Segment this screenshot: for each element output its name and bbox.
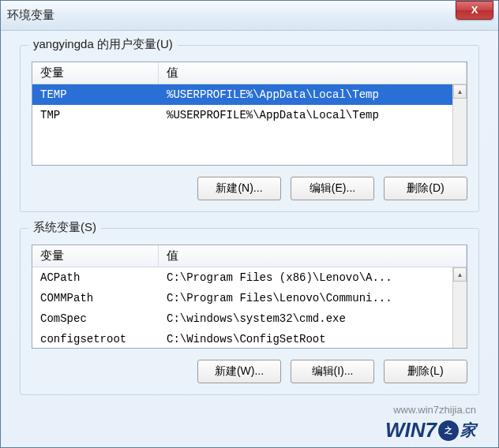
user-variables-group: yangyingda 的用户变量(U) 变量 值 TEMP %USERPROFI…	[20, 45, 479, 212]
scrollbar[interactable]: ▲	[452, 267, 467, 348]
system-list-body: ACPath C:\Program Files (x86)\Lenovo\A..…	[32, 267, 467, 348]
system-variables-label: 系统变量(S)	[28, 220, 101, 235]
table-row[interactable]: COMMPath C:\Program Files\Lenovo\Communi…	[32, 288, 467, 308]
logo-suffix: 家	[460, 420, 476, 441]
var-value-cell: C:\Program Files (x86)\Lenovo\A...	[159, 270, 467, 286]
logo-seven: 7	[426, 418, 437, 442]
user-buttons-row: 新建(N)... 编辑(E)... 删除(D)	[32, 177, 467, 200]
scroll-up-icon[interactable]: ▲	[453, 84, 467, 99]
window-title: 环境变量	[7, 8, 492, 23]
dialog-content: yangyingda 的用户变量(U) 变量 值 TEMP %USERPROFI…	[1, 31, 498, 419]
system-edit-button[interactable]: 编辑(I)...	[291, 360, 374, 383]
column-header-value[interactable]: 值	[159, 245, 467, 267]
scrollbar[interactable]: ▲	[452, 84, 467, 165]
var-name-cell: TEMP	[32, 87, 159, 103]
system-variables-list[interactable]: 变量 值 ACPath C:\Program Files (x86)\Lenov…	[32, 245, 467, 349]
column-header-variable[interactable]: 变量	[32, 245, 159, 267]
system-delete-button[interactable]: 删除(L)	[384, 360, 467, 383]
var-name-cell: COMMPath	[32, 290, 159, 306]
system-list-header: 变量 值	[32, 245, 467, 267]
logo-prefix: WIN	[385, 418, 426, 442]
user-new-button[interactable]: 新建(N)...	[197, 177, 281, 200]
system-buttons-row: 新建(W)... 编辑(I)... 删除(L)	[32, 360, 467, 383]
close-button[interactable]: X	[456, 1, 493, 20]
user-list-header: 变量 值	[32, 62, 467, 84]
column-header-value[interactable]: 值	[159, 62, 467, 84]
system-variables-group: 系统变量(S) 变量 值 ACPath C:\Program Files (x8…	[20, 228, 479, 395]
user-list-body: TEMP %USERPROFILE%\AppData\Local\Temp TM…	[32, 84, 467, 165]
var-value-cell: %USERPROFILE%\AppData\Local\Temp	[159, 87, 467, 103]
table-row[interactable]: ComSpec C:\windows\system32\cmd.exe	[32, 308, 467, 329]
user-edit-button[interactable]: 编辑(E)...	[291, 177, 374, 200]
column-header-variable[interactable]: 变量	[32, 62, 159, 84]
user-variables-label: yangyingda 的用户变量(U)	[28, 37, 178, 52]
table-row[interactable]: TMP %USERPROFILE%\AppData\Local\Temp	[32, 105, 467, 125]
table-row[interactable]: configsetroot C:\Windows\ConfigSetRoot	[32, 329, 467, 348]
var-name-cell: configsetroot	[32, 331, 159, 347]
var-value-cell: %USERPROFILE%\AppData\Local\Temp	[159, 107, 467, 123]
var-name-cell: ComSpec	[32, 311, 159, 327]
var-value-cell: C:\Program Files\Lenovo\Communi...	[159, 290, 467, 306]
system-new-button[interactable]: 新建(W)...	[197, 360, 281, 383]
scroll-up-icon[interactable]: ▲	[453, 267, 467, 282]
var-name-cell: ACPath	[32, 270, 159, 286]
user-delete-button[interactable]: 删除(D)	[384, 177, 467, 200]
var-value-cell: C:\windows\system32\cmd.exe	[159, 311, 467, 327]
user-variables-list[interactable]: 变量 值 TEMP %USERPROFILE%\AppData\Local\Te…	[32, 62, 467, 166]
titlebar: 环境变量 X	[1, 1, 498, 31]
watermark-logo: WIN7 之 家	[385, 418, 476, 442]
var-name-cell: TMP	[32, 107, 159, 123]
var-value-cell: C:\Windows\ConfigSetRoot	[159, 331, 467, 347]
table-row[interactable]: ACPath C:\Program Files (x86)\Lenovo\A..…	[32, 267, 467, 288]
logo-badge-icon: 之	[438, 420, 459, 441]
environment-variables-dialog: 环境变量 X yangyingda 的用户变量(U) 变量 值 TEMP %US…	[0, 0, 499, 448]
table-row[interactable]: TEMP %USERPROFILE%\AppData\Local\Temp	[32, 84, 467, 105]
